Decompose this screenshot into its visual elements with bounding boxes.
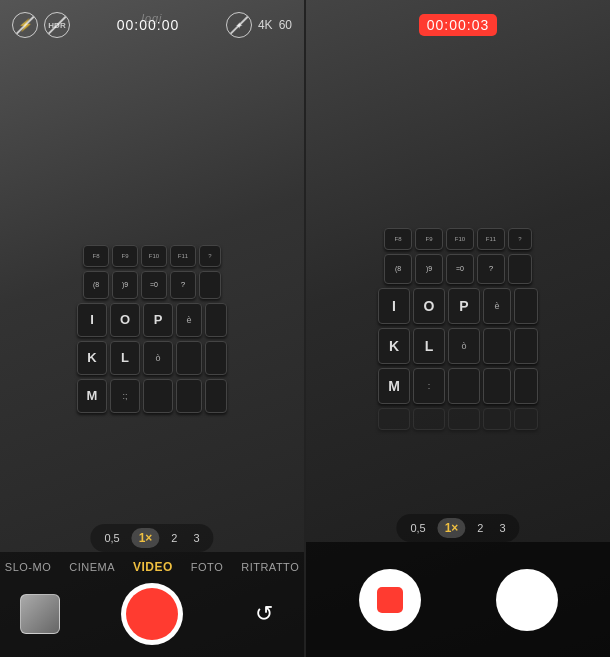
kb-key — [205, 303, 227, 337]
kb-key-r — [483, 368, 511, 404]
flash-off-icon[interactable]: ⚡ — [12, 12, 38, 38]
quality-label: 4K — [258, 18, 273, 32]
kb-key-r — [514, 408, 538, 430]
kb-key-r: ? — [508, 228, 532, 250]
kb-row-r5: M : — [378, 368, 538, 404]
kb-key — [199, 271, 221, 299]
kb-key-r — [514, 368, 538, 404]
zoom-3-left[interactable]: 3 — [189, 530, 203, 546]
kb-key: F9 — [112, 245, 138, 267]
kb-key-r — [483, 328, 511, 364]
kb-key-r: F9 — [415, 228, 443, 250]
kb-key-r: F8 — [384, 228, 412, 250]
left-status-bar: ⚡ HDR 00:00:00 ✦ 4K 60 — [0, 0, 304, 50]
kb-key-r: ò — [448, 328, 480, 364]
kb-key — [176, 379, 202, 413]
mode-cinema[interactable]: CINEMA — [69, 561, 115, 573]
kb-key: L — [110, 341, 140, 375]
kb-key — [176, 341, 202, 375]
left-camera-panel: logi F8 F9 F10 F11 ? (8 )9 =0 ? I O P — [0, 0, 304, 657]
fps-label: 60 — [279, 18, 292, 32]
kb-key-r: : — [413, 368, 445, 404]
kb-key-r: (8 — [384, 254, 412, 284]
kb-row-2: (8 )9 =0 ? — [83, 271, 221, 299]
kb-key: F8 — [83, 245, 109, 267]
rotate-icon: ↺ — [255, 601, 273, 627]
hdr-off-icon[interactable]: HDR — [44, 12, 70, 38]
zoom-0.5-left[interactable]: 0,5 — [100, 530, 123, 546]
kb-key-r: è — [483, 288, 511, 324]
stop-inner — [377, 587, 403, 613]
kb-key — [205, 341, 227, 375]
kb-key: =0 — [141, 271, 167, 299]
kb-key — [143, 379, 173, 413]
kb-key-r: K — [378, 328, 410, 364]
kb-key-r — [448, 368, 480, 404]
kb-key-r: F10 — [446, 228, 474, 250]
shutter-button-left[interactable] — [121, 583, 183, 645]
zoom-0.5-right[interactable]: 0,5 — [406, 520, 429, 536]
right-viewfinder: logi F8 F9 F10 F11 ? (8 )9 =0 ? I O P è — [306, 0, 610, 657]
zoom-1x-right[interactable]: 1× — [438, 518, 466, 538]
kb-row-r3: I O P è — [378, 288, 538, 324]
kb-key: I — [77, 303, 107, 337]
kb-key-r: L — [413, 328, 445, 364]
kb-key-r: )9 — [415, 254, 443, 284]
kb-key: F10 — [141, 245, 167, 267]
kb-key: :; — [110, 379, 140, 413]
stabilization-icon[interactable]: ✦ — [226, 12, 252, 38]
kb-row-4: K L ò — [77, 341, 227, 375]
stop-button[interactable] — [359, 569, 421, 631]
kb-key-r — [413, 408, 445, 430]
photo-while-recording-button[interactable] — [496, 569, 558, 631]
kb-row-r6 — [378, 408, 538, 430]
zoom-2-left[interactable]: 2 — [167, 530, 181, 546]
kb-key-r: M — [378, 368, 410, 404]
flip-camera-button[interactable]: ↺ — [244, 594, 284, 634]
kb-key-r — [448, 408, 480, 430]
kb-key: ò — [143, 341, 173, 375]
mode-slomo[interactable]: SLO-MO — [5, 561, 51, 573]
kb-row-r2: (8 )9 =0 ? — [384, 254, 532, 284]
zoom-3-right[interactable]: 3 — [495, 520, 509, 536]
kb-key-r: =0 — [446, 254, 474, 284]
kb-key-r — [514, 288, 538, 324]
kb-row-r1: F8 F9 F10 F11 ? — [384, 228, 532, 250]
kb-row-3: I O P è — [77, 303, 227, 337]
kb-row-1: F8 F9 F10 F11 ? — [83, 245, 221, 267]
mode-ritratto[interactable]: RITRATTO — [241, 561, 299, 573]
kb-key: )9 — [112, 271, 138, 299]
left-quality-info: ✦ 4K 60 — [226, 12, 292, 38]
right-zoom-controls: 0,5 1× 2 3 — [396, 514, 519, 542]
kb-key — [205, 379, 227, 413]
left-viewfinder: logi F8 F9 F10 F11 ? (8 )9 =0 ? I O P — [0, 0, 304, 657]
kb-key-r — [514, 328, 538, 364]
zoom-1x-left[interactable]: 1× — [132, 528, 160, 548]
photo-thumbnail[interactable] — [20, 594, 60, 634]
kb-key-r: F11 — [477, 228, 505, 250]
kb-key: O — [110, 303, 140, 337]
kb-key: F11 — [170, 245, 196, 267]
kb-key-r: P — [448, 288, 480, 324]
right-shutter-row — [306, 559, 610, 641]
left-zoom-controls: 0,5 1× 2 3 — [90, 524, 213, 552]
kb-key: ? — [170, 271, 196, 299]
kb-key-r — [508, 254, 532, 284]
right-timer: 00:00:03 — [419, 14, 498, 36]
right-bottom-controls — [306, 542, 610, 657]
kb-key: ? — [199, 245, 221, 267]
kb-key: (8 — [83, 271, 109, 299]
mode-selector: SLO-MO CINEMA VIDEO FOTO RITRATTO — [5, 552, 299, 578]
kb-key-r — [378, 408, 410, 430]
shutter-inner-left — [126, 588, 178, 640]
left-timer: 00:00:00 — [117, 17, 180, 33]
right-camera-panel: logi F8 F9 F10 F11 ? (8 )9 =0 ? I O P è — [306, 0, 610, 657]
kb-key: P — [143, 303, 173, 337]
zoom-2-right[interactable]: 2 — [473, 520, 487, 536]
left-bottom-controls: SLO-MO CINEMA VIDEO FOTO RITRATTO ↺ — [0, 552, 304, 657]
mode-foto[interactable]: FOTO — [191, 561, 223, 573]
kb-key-r: O — [413, 288, 445, 324]
kb-row-r4: K L ò — [378, 328, 538, 364]
left-shutter-row: ↺ — [0, 578, 304, 650]
mode-video[interactable]: VIDEO — [133, 560, 173, 574]
